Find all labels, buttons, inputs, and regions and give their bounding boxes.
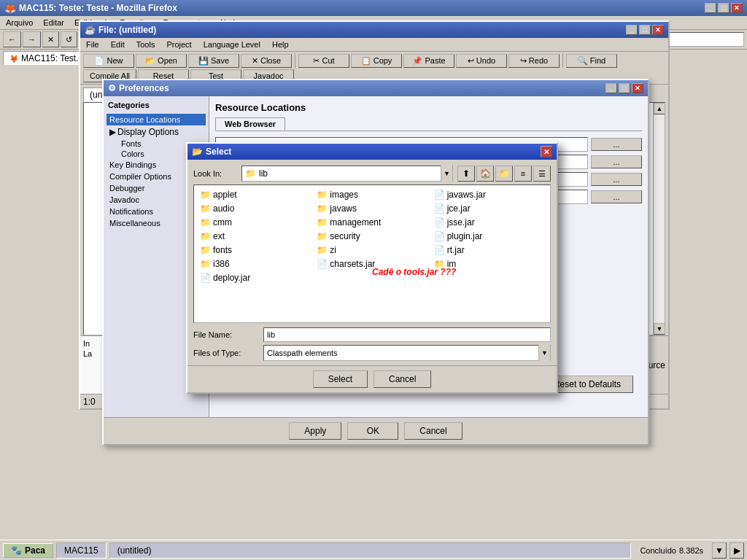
prefs-minimize-btn[interactable]: _	[605, 83, 617, 93]
sidebar-display-options[interactable]: ▶ Display Options	[107, 125, 206, 139]
scroll-up-btn[interactable]: ▲	[654, 103, 665, 114]
dropdown-arrow-btn[interactable]: ▼	[712, 542, 727, 559]
back-button[interactable]: ←	[3, 31, 21, 47]
stop-button[interactable]: ✕	[42, 31, 59, 47]
file-item-jssejar[interactable]: 📄 jsse.jar	[431, 216, 547, 229]
file-item-javaws[interactable]: 📁 javaws	[314, 202, 430, 215]
file-item-pluginjar[interactable]: 📄 plugin.jar	[431, 230, 547, 243]
file-item-im[interactable]: 📁 im	[431, 257, 547, 271]
next-arrow-btn[interactable]: ▶	[729, 542, 744, 559]
file-item-rtjar[interactable]: 📄 rt.jar	[431, 244, 547, 257]
file-name-input[interactable]	[263, 327, 551, 342]
select-button[interactable]: Select	[313, 370, 368, 388]
file-item-i386[interactable]: 📁 i386	[197, 257, 313, 271]
ide-menubar: File Edit Tools Project Language Level H…	[80, 38, 668, 52]
paste-button[interactable]: 📌 Paste	[403, 54, 454, 68]
maximize-button[interactable]: □	[718, 3, 729, 13]
file-item-management[interactable]: 📁 management	[314, 216, 430, 229]
home-folder-button[interactable]: 🏠	[476, 166, 494, 182]
redo-button[interactable]: ↪ Redo	[508, 54, 560, 68]
file-item-images[interactable]: 📁 images	[314, 188, 430, 201]
list-view-button[interactable]: ≡	[514, 166, 532, 182]
ide-menu-file[interactable]: File	[83, 39, 102, 50]
ide-menu-project[interactable]: Project	[163, 39, 194, 50]
new-folder-button[interactable]: 📁	[495, 166, 513, 182]
ide-menu-edit[interactable]: Edit	[108, 39, 128, 50]
file-item-ext[interactable]: 📁 ext	[197, 230, 313, 243]
file-item-jcejar[interactable]: 📄 jce.jar	[431, 202, 547, 215]
status-position: 1:0	[83, 397, 96, 407]
browser-tab-active[interactable]: 🦊 MAC115: Test...	[3, 51, 90, 65]
minimize-button[interactable]: _	[705, 3, 716, 13]
ide-close-button[interactable]: ✕	[652, 25, 664, 35]
jar-icon-rt: 📄	[434, 245, 445, 255]
ide-menu-tools[interactable]: Tools	[133, 39, 158, 50]
folder-icon-images: 📁	[317, 190, 328, 200]
files-of-type-combo[interactable]: Classpath elements ▼	[263, 345, 551, 361]
copy-button[interactable]: 📋 Copy	[351, 54, 402, 68]
file-item-cmm[interactable]: 📁 cmm	[197, 216, 313, 229]
prefs-close-btn[interactable]: ✕	[632, 83, 643, 93]
editor-vscrollbar[interactable]: ▲ ▼	[653, 103, 665, 335]
cut-button[interactable]: ✂ Cut	[298, 54, 349, 68]
file-item-security[interactable]: 📁 security	[314, 230, 430, 243]
files-of-type-arrow[interactable]: ▼	[538, 345, 550, 361]
prefs-browse-1[interactable]: ...	[591, 138, 642, 151]
open-button[interactable]: 📂 Open	[136, 54, 187, 68]
paca-label: Paca	[25, 545, 45, 556]
file-item-charsetsjar[interactable]: 📄 charsets.jar	[314, 257, 430, 271]
ide-menu-language[interactable]: Language Level	[201, 39, 263, 50]
menu-editar[interactable]: Editar	[40, 18, 67, 28]
ide-menu-help[interactable]: Help	[269, 39, 292, 50]
close-button-ide[interactable]: ✕ Close	[241, 54, 292, 68]
select-close-btn[interactable]: ✕	[541, 146, 552, 158]
cancel-button[interactable]: Cancel	[404, 422, 462, 440]
mac115-label: MAC115	[64, 545, 98, 556]
ide-maximize-button[interactable]: □	[639, 25, 651, 35]
prefs-browse-3[interactable]: ...	[591, 173, 642, 186]
sep2	[562, 53, 563, 68]
folder-icon-audio: 📁	[200, 203, 211, 214]
file-list[interactable]: 📁 applet 📁 images 📄 javaws.jar 📁 audio 📁	[193, 184, 551, 323]
look-in-combo[interactable]: 📁 lib ▼	[241, 166, 453, 182]
find-button[interactable]: 🔍 Find	[566, 54, 617, 68]
select-dialog: 📂 Select ✕ Look In: 📁 lib ▼ ⬆ 🏠 📁 ≡	[186, 142, 558, 394]
folder-icon-i386: 📁	[200, 259, 211, 269]
undo-button[interactable]: ↩ Undo	[456, 54, 507, 68]
main-statusbar: 🐾 Paca MAC115 (untitled) Concluído 8.382…	[0, 540, 747, 560]
ide-minimize-button[interactable]: _	[626, 25, 638, 35]
sidebar-resource-locations[interactable]: Resource Locations	[107, 114, 206, 125]
prefs-tab-web-browser[interactable]: Web Browser	[215, 117, 285, 131]
prefs-titlebar: ⚙ Preferences _ □ ✕	[104, 80, 648, 96]
look-in-arrow[interactable]: ▼	[441, 166, 452, 182]
file-item-zi[interactable]: 📁 zi	[314, 244, 430, 257]
select-footer: Select Cancel	[187, 365, 557, 392]
new-button[interactable]: 📄 New	[83, 54, 134, 68]
reload-button[interactable]: ↺	[61, 31, 77, 47]
menu-arquivo[interactable]: Arquivo	[3, 18, 36, 28]
up-folder-button[interactable]: ⬆	[457, 166, 475, 182]
file-item-applet[interactable]: 📁 applet	[197, 188, 313, 201]
scroll-track[interactable]	[654, 114, 665, 323]
file-item-deployjar[interactable]: 📄 deploy.jar	[197, 271, 313, 284]
forward-button[interactable]: →	[23, 31, 41, 47]
file-item-javawsjar[interactable]: 📄 javaws.jar	[431, 188, 547, 201]
select-cancel-button[interactable]: Cancel	[374, 370, 431, 388]
select-folder-icon: 📂	[192, 147, 203, 157]
prefs-browse-4[interactable]: ...	[591, 190, 642, 203]
prefs-maximize-btn[interactable]: □	[619, 83, 630, 93]
apply-button[interactable]: Apply	[289, 422, 341, 440]
statusbar-tab-area[interactable]: (untitled)	[109, 542, 632, 559]
save-button[interactable]: 💾 Save	[188, 54, 239, 68]
details-view-button[interactable]: ☰	[533, 166, 551, 182]
file-item-audio[interactable]: 📁 audio	[197, 202, 313, 215]
paca-btn[interactable]: 🐾 Paca	[3, 543, 53, 558]
file-item-fonts[interactable]: 📁 fonts	[197, 244, 313, 257]
scroll-down-btn[interactable]: ▼	[654, 323, 665, 335]
prefs-browse-2[interactable]: ...	[591, 155, 642, 168]
ok-button[interactable]: OK	[347, 422, 398, 440]
close-button[interactable]: ✕	[731, 3, 743, 13]
folder-icon-fonts: 📁	[200, 245, 211, 255]
mac115-tab[interactable]: MAC115	[56, 542, 107, 559]
files-of-type-row: Files of Type: Classpath elements ▼	[193, 345, 551, 361]
